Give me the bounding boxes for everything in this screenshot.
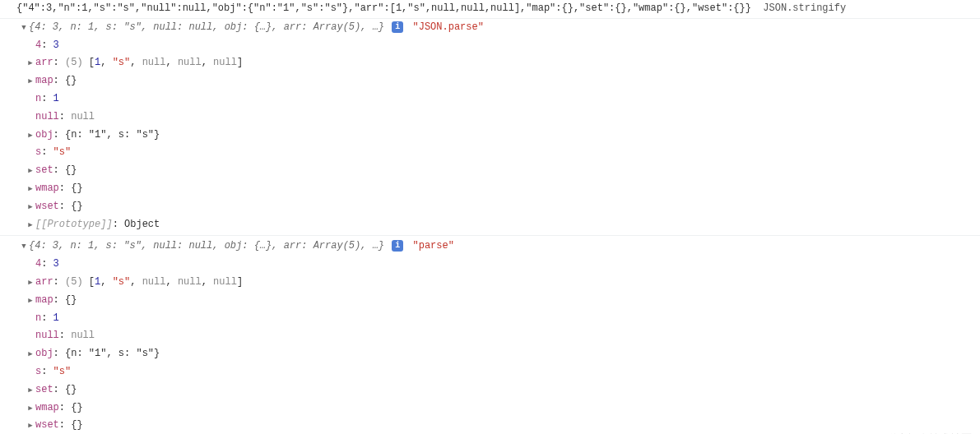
console-log-line: {"4":3,"n":1,"s":"s","null":null,"obj":{… [0,0,980,19]
property-value: 3 [53,39,59,51]
colon-sep: : [41,39,53,51]
colon-sep: : [53,276,65,288]
expand-arrow-icon[interactable] [26,181,35,197]
expand-arrow-icon[interactable] [26,400,35,417]
expand-arrow-icon[interactable] [26,55,35,72]
object-summary-row[interactable]: {4: 3, n: 1, s: "s", null: null, obj: {…… [0,238,980,256]
property-value: null [71,111,95,122]
property-row: null: null [0,327,980,345]
colon-sep: : [53,164,65,176]
colon-sep: : [59,419,71,431]
property-row[interactable]: set: {} [0,162,980,180]
object-summary-row[interactable]: {4: 3, n: 1, s: "s", null: null, obj: {…… [0,19,980,37]
colon-sep: : [59,330,71,341]
expand-arrow-icon[interactable] [26,73,35,90]
expand-arrow-icon[interactable] [26,217,35,233]
property-row[interactable]: wset: {} [0,417,980,434]
expand-arrow-icon[interactable] [26,275,35,291]
property-row[interactable]: set: {} [0,381,980,399]
watermark: @稀土掘金技术社区 [875,430,972,434]
expand-arrow-icon[interactable] [20,238,28,255]
json-string-output: {"4":3,"n":1,"s":"s","null":null,"obj":{… [16,2,751,14]
property-key: set [35,164,53,176]
property-value: {} [65,384,77,395]
colon-sep: : [41,258,53,270]
property-value: {} [65,294,77,306]
expand-arrow-icon[interactable] [26,163,35,179]
info-icon[interactable]: i [392,240,403,252]
colon-sep: : [53,384,65,395]
property-value: 1 [53,93,59,104]
property-value: {} [71,201,82,212]
property-row[interactable]: wmap: {} [0,180,980,198]
property-value: {} [71,419,82,431]
property-row: 4: 3 [0,37,980,55]
colon-sep: : [59,182,71,194]
property-row[interactable]: map: {} [0,292,980,310]
colon-sep: : [59,111,71,122]
property-row: s: "s" [0,363,980,381]
property-value: "s" [53,146,72,158]
colon-sep: : [53,294,65,306]
property-value: {} [65,164,77,176]
property-row[interactable]: obj: {n: "1", s: "s"} [0,127,980,145]
property-row: 4: 3 [0,256,980,274]
colon-sep: : [53,129,65,141]
property-value: {n: "1", s: "s"} [65,129,160,141]
property-value: 3 [53,258,59,270]
property-key: arr [35,57,53,68]
property-key: wset [35,419,59,431]
expand-arrow-icon[interactable] [26,293,35,309]
colon-sep: : [53,75,65,86]
expand-arrow-icon[interactable] [26,199,35,215]
property-key: arr [35,276,53,288]
property-row[interactable]: arr: (5) [1, "s", null, null, null] [0,274,980,292]
trailer-label: JSON.stringify [763,2,846,14]
property-row[interactable]: arr: (5) [1, "s", null, null, null] [0,54,980,72]
colon-sep: : [59,402,71,413]
property-row: s: "s" [0,144,980,162]
property-row[interactable]: wmap: {} [0,399,980,418]
property-key: wset [35,201,59,212]
property-value: null [71,330,95,341]
colon-sep: : [41,312,53,324]
property-row: n: 1 [0,90,980,108]
expand-arrow-icon[interactable] [26,127,35,144]
property-value: {} [71,402,82,413]
property-row: null: null [0,108,980,127]
property-key: set [35,384,53,395]
group-label: "parse" [412,240,453,252]
expand-arrow-icon[interactable] [20,20,28,36]
prototype-key: [[Prototype]] [35,219,113,230]
object-summary-text: {4: 3, n: 1, s: "s", null: null, obj: {…… [29,21,384,33]
property-row: n: 1 [0,310,980,328]
property-key: map [35,294,53,306]
property-key: null [35,330,59,341]
expand-arrow-icon[interactable] [26,418,35,434]
property-value: 1 [53,312,59,324]
object-group: {4: 3, n: 1, s: "s", null: null, obj: {…… [0,235,980,434]
colon-sep: : [53,57,65,68]
property-value: (5) [1, "s", null, null, null] [65,57,243,68]
property-key: map [35,75,53,86]
colon-sep: : [113,219,124,230]
expand-arrow-icon[interactable] [26,382,35,399]
property-row[interactable]: [[Prototype]]: Object [0,216,980,234]
property-row[interactable]: obj: {n: "1", s: "s"} [0,345,980,363]
info-icon[interactable]: i [392,21,403,33]
property-value: {n: "1", s: "s"} [65,348,160,359]
property-value: "s" [53,366,72,377]
colon-sep: : [41,93,53,104]
colon-sep: : [41,366,53,377]
property-key: null [35,111,59,122]
property-row[interactable]: map: {} [0,72,980,90]
colon-sep: : [53,348,65,359]
property-row[interactable]: wset: {} [0,198,980,216]
object-group: {4: 3, n: 1, s: "s", null: null, obj: {…… [0,19,980,234]
group-label: "JSON.parse" [412,21,483,33]
property-key: obj [35,129,53,141]
property-key: obj [35,348,53,359]
property-value: Object [124,219,160,230]
property-key: wmap [35,402,59,413]
expand-arrow-icon[interactable] [26,346,35,362]
